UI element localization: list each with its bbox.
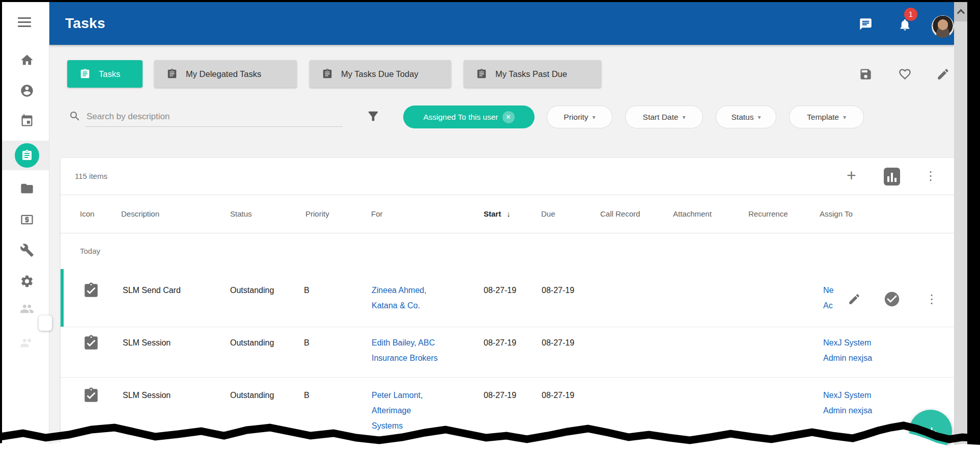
cell-description: SLM Session xyxy=(123,335,171,351)
heart-outline-icon xyxy=(898,67,912,81)
add-task-fab[interactable]: + xyxy=(909,410,952,452)
filter-dropdown-priority[interactable]: Priority ▾ xyxy=(547,105,612,128)
column-header-status[interactable]: Status xyxy=(230,195,252,233)
column-header-for[interactable]: For xyxy=(371,195,383,233)
cell-assign-to-link[interactable]: NexJ System Admin nexjsa xyxy=(823,335,872,366)
cell-priority: B xyxy=(304,283,310,298)
cell-status: Outstanding xyxy=(230,335,274,351)
edit-view-button[interactable] xyxy=(936,67,950,83)
cell-for-link[interactable]: Peter Lamont, Afterimage Systems xyxy=(372,388,423,434)
add-item-button[interactable]: + xyxy=(847,167,856,183)
filter-dropdown-template[interactable]: Template ▾ xyxy=(789,105,864,128)
calendar-icon xyxy=(20,114,34,128)
chevron-down-icon: ▾ xyxy=(682,114,685,121)
table-row[interactable]: SLM Session Outstanding B Peter Lamont, … xyxy=(61,377,958,452)
hamburger-menu-icon[interactable] xyxy=(18,17,31,28)
filter-chip-assigned-to-this-user[interactable]: Assigned To this user ✕ xyxy=(403,105,535,128)
chat-icon[interactable] xyxy=(859,17,873,33)
tab-my-tasks-past-due[interactable]: My Tasks Past Due xyxy=(464,60,601,88)
cell-for-link[interactable]: Edith Bailey, ABC Insurance Brokers xyxy=(372,335,438,366)
screenshot-border-top xyxy=(0,0,980,2)
sidebar-item-calendar[interactable] xyxy=(20,114,34,128)
sidebar-item-faded-1[interactable] xyxy=(20,302,34,316)
tab-label: Tasks xyxy=(99,69,120,79)
chart-view-button[interactable] xyxy=(884,168,900,188)
cell-due: 08-27-19 xyxy=(542,283,574,298)
save-view-button[interactable] xyxy=(859,67,873,83)
drawer-handle[interactable] xyxy=(39,315,52,331)
sidebar-item-tools[interactable] xyxy=(20,243,34,257)
clipboard-icon xyxy=(79,68,91,79)
column-header-assign-to[interactable]: Assign To xyxy=(820,195,853,233)
edit-task-button[interactable] xyxy=(848,293,861,308)
column-header-description[interactable]: Description xyxy=(121,195,159,233)
scroll-up-button[interactable] xyxy=(954,2,967,21)
chevron-up-icon xyxy=(957,9,965,17)
sidebar-item-tasks[interactable] xyxy=(15,143,39,168)
favorite-button[interactable] xyxy=(898,67,912,83)
people-icon xyxy=(20,302,34,316)
chip-label: Template xyxy=(807,113,839,122)
sort-descending-icon: ↓ xyxy=(507,209,511,218)
task-clipboard-check-icon xyxy=(82,387,100,406)
wrench-icon xyxy=(20,243,34,257)
chevron-down-icon: ▾ xyxy=(758,114,761,121)
column-header-priority[interactable]: Priority xyxy=(305,195,329,233)
cell-assign-to-link[interactable]: NexJ System Admin nexjsa xyxy=(823,388,872,418)
cell-assign-to-link[interactable]: Ne Ac xyxy=(823,283,833,313)
cell-priority: B xyxy=(304,388,310,403)
clipboard-icon xyxy=(166,68,178,79)
user-avatar[interactable] xyxy=(932,15,954,38)
gear-icon xyxy=(20,274,34,288)
sidebar-item-contacts[interactable] xyxy=(20,84,34,98)
home-icon xyxy=(20,53,34,67)
column-header-call-record[interactable]: Call Record xyxy=(600,195,640,233)
faded-icon xyxy=(20,336,34,350)
filter-dropdown-start-date[interactable]: Start Date ▾ xyxy=(625,105,703,128)
cell-for-link[interactable]: Zineea Ahmed, Katana & Co. xyxy=(372,283,427,313)
column-header-recurrence[interactable]: Recurrence xyxy=(748,195,788,233)
tab-tasks[interactable]: Tasks xyxy=(67,60,143,88)
notification-badge: 1 xyxy=(904,8,917,21)
remove-filter-icon[interactable]: ✕ xyxy=(502,111,515,123)
scrollbar[interactable] xyxy=(954,2,967,452)
sidebar-item-documents[interactable] xyxy=(20,181,34,196)
divider xyxy=(61,233,958,233)
row-menu-kebab-icon[interactable]: ⋮ xyxy=(926,292,938,306)
sidebar-item-home[interactable] xyxy=(20,53,34,67)
column-header-icon[interactable]: Icon xyxy=(80,195,94,233)
column-header-attachment[interactable]: Attachment xyxy=(673,195,712,233)
sidebar-item-faded-2[interactable] xyxy=(20,336,34,350)
search-underline xyxy=(86,126,343,127)
tab-label: My Delegated Tasks xyxy=(186,69,261,79)
complete-task-button[interactable] xyxy=(883,290,901,310)
task-clipboard-check-icon xyxy=(82,282,100,301)
filter-icon[interactable] xyxy=(366,109,380,125)
chip-label: Start Date xyxy=(643,113,679,122)
page-title: Tasks xyxy=(65,2,105,45)
group-header-today: Today xyxy=(80,233,100,269)
tab-my-tasks-due-today[interactable]: My Tasks Due Today xyxy=(310,60,451,88)
cell-priority: B xyxy=(304,335,310,351)
filter-dropdown-status[interactable]: Status ▾ xyxy=(716,105,776,128)
money-icon xyxy=(20,212,34,227)
list-menu-kebab-icon[interactable]: ⋮ xyxy=(925,168,937,183)
table-row[interactable]: SLM Session Outstanding B Edith Bailey, … xyxy=(61,327,958,377)
sidebar-item-settings[interactable] xyxy=(20,274,34,288)
column-header-due[interactable]: Due xyxy=(541,195,555,233)
pencil-icon xyxy=(848,293,861,306)
cell-description: SLM Send Card xyxy=(123,283,181,298)
sidebar-item-billing[interactable] xyxy=(20,212,34,227)
top-app-bar xyxy=(49,2,954,45)
tab-my-delegated-tasks[interactable]: My Delegated Tasks xyxy=(154,60,297,88)
search-icon xyxy=(69,110,81,124)
save-icon xyxy=(859,67,873,81)
search-input[interactable] xyxy=(86,108,306,125)
cell-description: SLM Session xyxy=(123,388,171,403)
column-header-start[interactable]: Start ↓ xyxy=(484,195,511,233)
account-circle-icon xyxy=(20,84,34,98)
table-row[interactable]: SLM Send Card Outstanding B Zineea Ahmed… xyxy=(61,269,958,327)
chip-label: Priority xyxy=(564,113,588,122)
chevron-down-icon: ▾ xyxy=(593,114,596,121)
bar-chart-icon xyxy=(884,168,900,185)
